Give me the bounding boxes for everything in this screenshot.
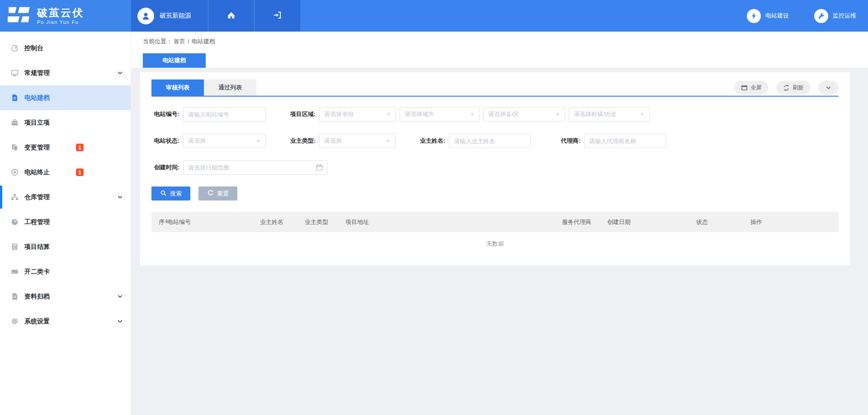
table-header-row: 序号电站编号业主姓名业主类型项目地址服务代理商创建日期状态操作 xyxy=(151,212,839,232)
tab-review-list[interactable]: 审核列表 xyxy=(151,79,204,96)
agent-input[interactable] xyxy=(584,134,666,148)
sidebar-item-project-initiation[interactable]: 项目立项 xyxy=(0,110,131,135)
sidebar-item-open-card[interactable]: 开二类卡 xyxy=(0,259,131,284)
page-tab-station-archive[interactable]: 电站建档 xyxy=(143,53,206,68)
sidebar-item-engineering-mgmt[interactable]: 工程管理 xyxy=(0,210,131,234)
notification-badge: 1 xyxy=(76,144,84,151)
table-header-cell: 电站编号 xyxy=(167,218,260,226)
content-panel: 审核列表通过列表 全屏刷新 电站编号: 项目区域: 请选择省份请选择城市请选择县… xyxy=(140,72,850,266)
table-header-cell: 操作 xyxy=(750,218,839,226)
fullscreen-button[interactable]: 全屏 xyxy=(734,81,769,94)
caret-down-icon xyxy=(470,112,475,117)
breadcrumb: 当前位置：首页/电站建档 xyxy=(143,37,868,46)
agent-label: 代理商: xyxy=(552,137,584,145)
sidebar-item-general-mgmt[interactable]: 常规管理 xyxy=(0,61,131,85)
sidebar-item-station-archive[interactable]: 电站建档 xyxy=(0,85,131,110)
card-icon xyxy=(11,268,19,275)
table-header-cell: 项目地址 xyxy=(345,218,562,226)
sidebar-item-system-settings[interactable]: 系统设置 xyxy=(0,309,131,334)
user-menu[interactable]: 破茧新能源 xyxy=(131,0,208,32)
station-status-select[interactable]: 请选择 xyxy=(183,134,266,148)
logout-button[interactable] xyxy=(254,0,300,32)
target-icon xyxy=(11,168,19,176)
reset-button[interactable]: 重置 xyxy=(198,187,237,201)
sidebar-item-data-archive[interactable]: 资料归档 xyxy=(0,284,131,309)
region-label: 项目区域: xyxy=(288,110,319,118)
lightning-icon xyxy=(747,9,761,23)
chevron-down-icon xyxy=(117,293,123,300)
document-icon xyxy=(11,94,19,102)
file-copy-icon xyxy=(11,144,19,151)
breadcrumb-home-link[interactable]: 首页 xyxy=(174,38,185,45)
refresh-button[interactable]: 刷新 xyxy=(776,81,811,94)
owner-type-select[interactable]: 请选择 xyxy=(319,134,396,148)
empty-state: 无数据 xyxy=(151,232,839,248)
caret-down-icon xyxy=(555,112,560,117)
sidebar-item-label: 系统设置 xyxy=(24,317,50,326)
sidebar-item-label: 控制台 xyxy=(24,44,43,52)
results-table: 序号电站编号业主姓名业主类型项目地址服务代理商创建日期状态操作 无数据 xyxy=(151,212,839,248)
sidebar-item-label: 工程管理 xyxy=(24,218,50,226)
sidebar-item-change-mgmt[interactable]: 变更管理1 xyxy=(0,135,131,160)
station-status-label: 电站状态: xyxy=(151,137,183,145)
tab-passed-list[interactable]: 通过列表 xyxy=(204,79,256,96)
region-county-select[interactable]: 请选择县/区 xyxy=(483,107,565,121)
search-icon xyxy=(160,190,167,198)
nav-monitor-ops[interactable]: 监控运维 xyxy=(814,9,856,23)
brand-title: 破茧云伏 xyxy=(37,7,84,19)
sidebar-item-label: 常规管理 xyxy=(24,69,50,77)
chevron-down-icon xyxy=(117,70,123,76)
main-content: 当前位置：首页/电站建档 电站建档 审核列表通过列表 全屏刷新 电站编号: 项目… xyxy=(131,32,868,415)
owner-name-input[interactable] xyxy=(449,134,531,148)
sidebar-item-label: 项目结算 xyxy=(24,243,50,251)
nav-station-build[interactable]: 电站建设 xyxy=(747,9,789,23)
user-name: 破茧新能源 xyxy=(160,12,191,20)
owner-name-label: 业主姓名: xyxy=(417,137,449,145)
collapse-button[interactable] xyxy=(818,81,839,94)
reset-icon xyxy=(207,190,214,198)
station-no-label: 电站编号: xyxy=(151,110,183,118)
breadcrumb-strip: 当前位置：首页/电站建档 电站建档 xyxy=(131,32,868,68)
sidebar-scroll-indicator xyxy=(0,186,2,209)
top-bar-user-section: 破茧新能源 xyxy=(131,0,300,32)
sidebar-item-label: 项目立项 xyxy=(24,119,50,127)
sidebar-item-label: 变更管理 xyxy=(24,144,50,152)
pie-chart-icon xyxy=(11,218,19,226)
briefcase-icon xyxy=(11,119,19,126)
dashboard-icon xyxy=(11,44,19,52)
breadcrumb-separator: / xyxy=(188,38,189,45)
sidebar-item-project-settlement[interactable]: 项目结算 xyxy=(0,234,131,259)
table-header-cell: 服务代理商 xyxy=(562,218,607,226)
breadcrumb-prefix: 当前位置： xyxy=(143,38,172,45)
wrench-icon xyxy=(814,9,828,23)
station-no-input[interactable] xyxy=(183,107,266,121)
sitemap-icon xyxy=(11,193,19,201)
region-province-select[interactable]: 请选择省份 xyxy=(319,107,396,121)
region-village-select[interactable]: 请选择村镇/街道 xyxy=(569,107,650,121)
home-button[interactable] xyxy=(208,0,254,32)
app-root: 破茧云伏 Po Jian Yun Fu 破茧新能源 电站建设监控运维 控制台常规… xyxy=(0,0,868,415)
monitor-icon xyxy=(11,69,19,77)
panel-toolbar: 全屏刷新 xyxy=(734,81,839,94)
sidebar-item-label: 电站建档 xyxy=(24,94,50,102)
home-icon xyxy=(227,11,236,21)
date-range-input[interactable] xyxy=(183,160,327,175)
top-bar: 破茧云伏 Po Jian Yun Fu 破茧新能源 电站建设监控运维 xyxy=(0,0,868,32)
sidebar-item-station-termination[interactable]: 电站终止1 xyxy=(0,160,131,185)
calendar-icon xyxy=(316,163,323,173)
filter-form: 电站编号: 项目区域: 请选择省份请选择城市请选择县/区请选择村镇/街道 电站状… xyxy=(151,97,839,175)
table-header-cell: 业主类型 xyxy=(305,218,345,226)
user-avatar-icon xyxy=(137,8,154,24)
caret-down-icon xyxy=(386,139,391,144)
sidebar-item-warehouse-mgmt[interactable]: 仓库管理 xyxy=(0,185,131,210)
archive-icon xyxy=(11,293,19,300)
region-city-select[interactable]: 请选择城市 xyxy=(400,107,480,121)
gear-icon xyxy=(11,317,19,325)
sidebar-item-label: 资料归档 xyxy=(24,293,50,301)
search-button[interactable]: 搜索 xyxy=(151,187,190,201)
caret-down-icon xyxy=(640,112,645,117)
list-tabs: 审核列表通过列表 xyxy=(151,79,256,96)
sidebar-item-console[interactable]: 控制台 xyxy=(0,36,131,61)
table-header-cell: 创建日期 xyxy=(607,218,696,226)
chevron-down-icon xyxy=(825,84,832,91)
